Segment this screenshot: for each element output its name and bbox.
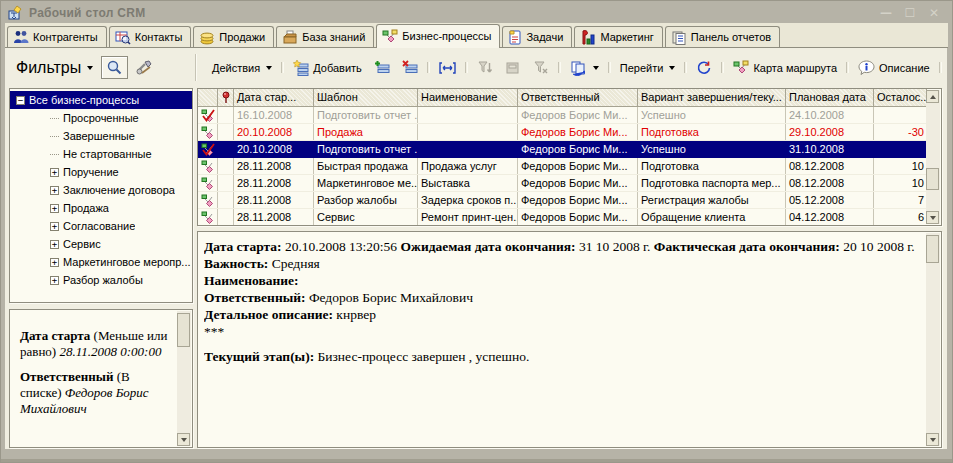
table-scrollbar[interactable] — [926, 90, 940, 224]
route-map-button[interactable]: Карта маршрута — [728, 56, 842, 79]
table-cell: 29.10.2008 — [786, 124, 874, 140]
scrollbar-thumb[interactable] — [177, 313, 190, 347]
scrollbar-thumb[interactable] — [926, 235, 939, 263]
tree-item[interactable]: +Продажа — [10, 199, 192, 217]
tree-item[interactable]: +Маркетинговое меропр... — [10, 253, 192, 271]
expand-icon[interactable]: + — [50, 258, 59, 267]
tree-item[interactable]: Не стартованные — [10, 145, 192, 163]
maximize-button[interactable]: ☐ — [901, 5, 919, 20]
sort-icon — [477, 60, 493, 76]
tree-item-label: Просроченные — [63, 112, 139, 124]
expand-icon[interactable]: + — [50, 186, 59, 195]
expand-icon[interactable]: + — [50, 168, 59, 177]
process-tree: −Все бизнес-процессыПросроченныеЗавершен… — [10, 91, 192, 289]
table-row[interactable]: 20.10.2008Подготовить отчет ...Федоров Б… — [198, 141, 927, 158]
header-remaining[interactable]: Осталос... — [874, 89, 927, 106]
toolbar-separator — [465, 62, 468, 73]
table-cell: Продажа — [314, 124, 418, 140]
tab-kontakty[interactable]: Контакты — [109, 26, 192, 47]
expand-icon[interactable]: + — [50, 276, 59, 285]
tab-panel-otchetov[interactable]: Панель отчетов — [665, 26, 780, 47]
filter-by-value-button-disabled[interactable] — [500, 56, 526, 79]
table-row[interactable]: 16.10.2008Подготовить отчет ...Федоров Б… — [198, 107, 927, 124]
row-icon-cell — [198, 141, 218, 157]
refresh-button[interactable] — [691, 56, 717, 79]
tree-item[interactable]: +Поручение — [10, 163, 192, 181]
scroll-down-button[interactable] — [926, 433, 939, 446]
tree-item[interactable]: −Все бизнес-процессы — [10, 91, 192, 109]
tab-kontragenty[interactable]: Контрагенты — [7, 26, 107, 47]
table-row[interactable]: 28.11.2008Быстрая продажаПродажа услугФе… — [198, 158, 927, 175]
toolbar-separator — [558, 62, 561, 73]
tasks-button[interactable]: Задачи — [946, 56, 953, 79]
table-cell: Ремонт принт-цен... — [418, 209, 518, 225]
goto-menu-button[interactable]: Перейти — [615, 56, 681, 79]
table-cell: 31.10.2008 — [786, 141, 874, 157]
tab-zadachi[interactable]: Задачи — [502, 26, 572, 47]
row-pin-cell — [218, 175, 234, 191]
scroll-down-button[interactable] — [926, 211, 939, 224]
header-planned-date[interactable]: Плановая дата — [786, 89, 874, 106]
header-stage[interactable]: Вариант завершения/теку... — [638, 89, 786, 106]
filters-menu-button[interactable]: Фильтры — [11, 56, 98, 79]
table-cell: Подготовить отчет ... — [314, 141, 418, 157]
tab-prodazhi[interactable]: Продажи — [193, 26, 274, 47]
row-pin-cell — [218, 209, 234, 225]
selection-button[interactable] — [565, 56, 604, 79]
close-button[interactable]: ✕ — [925, 5, 943, 20]
text-line: Дата старта: 20.10.2008 13:20:56 Ожидаем… — [204, 238, 921, 255]
table-cell: Регистрация жалобы — [638, 192, 786, 208]
tree-item[interactable]: +Разбор жалобы — [10, 271, 192, 289]
header-template[interactable]: Шаблон — [314, 89, 418, 106]
collapse-icon[interactable]: − — [16, 96, 25, 105]
header-date[interactable]: Дата стар... — [234, 89, 314, 106]
table-cell: 10 — [874, 158, 927, 174]
add-copy-icon — [374, 60, 390, 76]
table-cell: -30 — [874, 124, 927, 140]
filter-panel-scrollbar[interactable] — [177, 311, 191, 446]
table-cell — [874, 107, 927, 123]
minimize-button[interactable]: — — [877, 5, 895, 20]
quick-filter-toggle-button[interactable] — [101, 56, 128, 79]
table-row[interactable]: 20.10.2008ПродажаФедоров Борис Ми...Подг… — [198, 124, 927, 141]
expand-icon[interactable]: + — [50, 222, 59, 231]
header-icon-column[interactable] — [198, 89, 218, 106]
tree-item[interactable]: Просроченные — [10, 109, 192, 127]
tab-baza-znaniy[interactable]: База знаний — [276, 26, 374, 47]
tree-item[interactable]: +Сервис — [10, 235, 192, 253]
scrollbar-thumb[interactable] — [926, 168, 939, 190]
actions-menu-button[interactable]: Действия — [207, 56, 277, 79]
detail-panel-scrollbar[interactable] — [926, 233, 940, 446]
table-row[interactable]: 28.11.2008Разбор жалобыЗадерка сроков п.… — [198, 192, 927, 209]
header-pin-column[interactable] — [218, 89, 234, 106]
table-cell: 20.10.2008 — [234, 141, 314, 157]
tree-item[interactable]: Завершенные — [10, 127, 192, 145]
scroll-up-button[interactable] — [926, 90, 939, 103]
expand-icon[interactable]: + — [50, 204, 59, 213]
sort-button-disabled[interactable] — [472, 56, 498, 79]
table-row[interactable]: 28.11.2008Маркетинговое ме...ВыставкаФед… — [198, 175, 927, 192]
scroll-down-button[interactable] — [177, 433, 190, 446]
table-row[interactable]: 28.11.2008СервисРемонт принт-цен...Федор… — [198, 209, 927, 225]
tree-item-label: Поручение — [63, 166, 119, 178]
tab-biznes-processy[interactable]: Бизнес-процессы — [376, 24, 500, 48]
info-bubble-icon — [858, 60, 875, 76]
header-responsible[interactable]: Ответственный — [518, 89, 638, 106]
clear-filter-button-disabled[interactable] — [528, 56, 554, 79]
table-cell: 05.12.2008 — [786, 192, 874, 208]
add-button[interactable]: Добавить — [288, 56, 367, 79]
tree-item[interactable]: +Заключение договора — [10, 181, 192, 199]
delete-button[interactable] — [397, 56, 423, 79]
filter-settings-button[interactable] — [131, 56, 158, 79]
header-name[interactable]: Наименование — [418, 89, 518, 106]
expand-icon[interactable]: + — [50, 240, 59, 249]
add-copy-button[interactable] — [369, 56, 395, 79]
column-width-button[interactable] — [434, 56, 461, 79]
tree-item-label: Завершенные — [63, 130, 135, 142]
table-cell: Сервис — [314, 209, 418, 225]
text-line: Наименование: — [204, 272, 921, 289]
chevron-down-icon — [669, 66, 675, 70]
tab-marketing[interactable]: Маркетинг — [574, 26, 662, 47]
description-button[interactable]: Описание — [853, 56, 935, 79]
tree-item[interactable]: +Согласование — [10, 217, 192, 235]
